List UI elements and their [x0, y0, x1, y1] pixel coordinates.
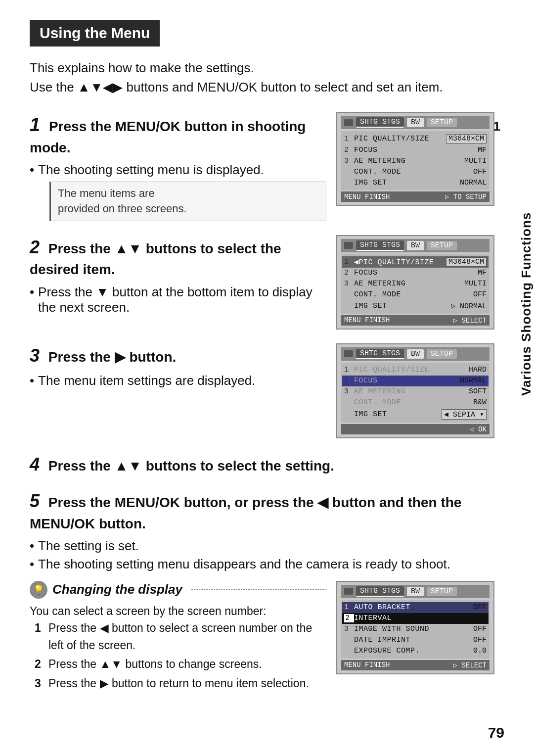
tip-header: 💡 Changing the display — [30, 581, 326, 599]
tab-shtg-stgs-2: SHTG STGS — [356, 240, 404, 251]
step-5-number: 5 — [30, 491, 40, 511]
step-5-bullet-2-text: The shooting setting menu disappears and… — [38, 557, 450, 572]
screen-2-row-4: CONT. MODE OFF — [342, 289, 489, 300]
step-1-title-text: Press the MENU/OK button in shooting mod… — [30, 119, 306, 155]
step-2-screen: SHTG STGS BW SETUP 1 ◀PIC QUALITY/SIZE M… — [336, 235, 504, 330]
screen-4-footer-left: MENU FINISH — [344, 661, 390, 669]
step-2-bullet-text: Press the ▼ button at the bottom item to… — [38, 284, 326, 315]
step-1: 1 Press the MENU/OK button in shooting m… — [30, 112, 504, 221]
step-5-bullet-1-text: The setting is set. — [38, 538, 139, 554]
tip-item-1: 1 Press the ◀ button to select a screen … — [35, 619, 326, 654]
camera-icon-2 — [344, 242, 353, 249]
tip-item-2-text: Press the ▲▼ buttons to change screens. — [48, 656, 262, 673]
tab-bw-2: BW — [407, 241, 424, 250]
tab-setup-1: SETUP — [427, 118, 457, 127]
screen-4-row-4: DATE IMPRINT OFF — [342, 635, 489, 646]
step-4-number: 4 — [30, 454, 40, 474]
section-header: Using the Menu — [30, 20, 160, 47]
screen-3-footer: ◁ OK — [341, 424, 490, 434]
screen-4-row-3: 3 IMAGE WITH SOUND OFF — [342, 624, 489, 635]
step-1-screen: SHTG STGS BW SETUP 1 PIC QUALITY/SIZE M3… — [336, 112, 504, 206]
screen-2-row-1: 1 ◀PIC QUALITY/SIZE M3648×CM — [342, 256, 489, 268]
screen-2-footer-left: MENU FINISH — [344, 316, 390, 325]
camera-icon-4 — [344, 588, 353, 595]
step-4-title: 4 Press the ▲▼ buttons to select the set… — [30, 452, 494, 477]
sidebar-text-content: Various Shooting Functions — [519, 212, 534, 396]
screen-1-footer: MENU FINISH ▷ TO SETUP — [341, 191, 490, 202]
screen-2-row-3: 3 AE METERING MULTI — [342, 279, 489, 289]
screen-1-row-4: CONT. MODE OFF — [342, 166, 489, 177]
camera-screen-3: SHTG STGS BW SETUP 1 PIC QUALITY/SIZE HA… — [336, 343, 494, 438]
step-4: 4 Press the ▲▼ buttons to select the set… — [30, 452, 504, 482]
screen-4-body: 1 AUTO BRACKET OFF 2 INTERVAL 3 IMAGE WI… — [341, 600, 490, 659]
tip-body: You can select a screen by the screen nu… — [30, 603, 326, 692]
camera-screen-4: SHTG STGS BW SETUP 1 AUTO BRACKET OFF 2 … — [336, 581, 494, 674]
step-3-bullet-1: The menu item settings are displayed. — [30, 373, 326, 388]
step-3-title-text: Press the ▶ button. — [48, 349, 176, 365]
section-title: Using the Menu — [40, 25, 150, 41]
step-1-bullet-1-text: The shooting setting menu is displayed. — [38, 162, 264, 178]
step-3-screen: SHTG STGS BW SETUP 1 PIC QUALITY/SIZE HA… — [336, 343, 504, 438]
step-5-left: 5 Press the MENU/OK button, or press the… — [30, 489, 504, 572]
tab-shtg-stgs-4: SHTG STGS — [356, 586, 404, 597]
step-2-title: 2 Press the ▲▼ buttons to select the des… — [30, 235, 326, 280]
screen-4-header: SHTG STGS BW SETUP — [341, 585, 490, 598]
step-4-title-text: Press the ▲▼ buttons to select the setti… — [48, 458, 334, 473]
screen-3-row-4: CONT. MODE B&W — [342, 397, 489, 408]
screen-4-row-1: 1 AUTO BRACKET OFF — [342, 602, 489, 613]
screen-4-footer-right: ▷ SELECT — [453, 661, 487, 669]
screen-4-row-5: EXPOSURE COMP. 0.0 — [342, 646, 489, 657]
intro-line1: This explains how to make the settings. — [30, 58, 504, 78]
step-2-title-text: Press the ▲▼ buttons to select the desir… — [30, 241, 281, 277]
tip-section: 💡 Changing the display You can select a … — [30, 581, 504, 694]
screen-3-row-1: 1 PIC QUALITY/SIZE HARD — [342, 365, 489, 376]
step-1-left: 1 Press the MENU/OK button in shooting m… — [30, 112, 336, 221]
camera-icon-3 — [344, 350, 353, 357]
tip-title: Changing the display — [52, 582, 182, 597]
page-number: 79 — [488, 724, 504, 741]
screen-3-footer-right: ◁ OK — [470, 425, 487, 433]
step-5: 5 Press the MENU/OK button, or press the… — [30, 489, 504, 572]
step-1-title: 1 Press the MENU/OK button in shooting m… — [30, 112, 326, 157]
camera-icon-1 — [344, 119, 353, 126]
screen-3-row-5: IMG SET ◀ SEPIA ▾ — [342, 408, 489, 421]
screen-2-footer-right: ▷ SELECT — [453, 316, 487, 325]
tab-bw-1: BW — [407, 118, 424, 127]
step-2-bullet-1: Press the ▼ button at the bottom item to… — [30, 284, 326, 315]
tab-setup-3: SETUP — [427, 349, 457, 359]
step-1-bullet-1: The shooting setting menu is displayed. — [30, 162, 326, 178]
screen-1-row-5: IMG SET NORMAL — [342, 177, 489, 188]
page-container: Using the Menu This explains how to make… — [0, 0, 534, 756]
tab-bw-4: BW — [407, 587, 424, 596]
step-3-title: 3 Press the ▶ button. — [30, 343, 326, 368]
screen-1-row-2: 2 FOCUS MF — [342, 144, 489, 155]
step-1-note: The menu items areprovided on three scre… — [49, 182, 326, 221]
step-5-title: 5 Press the MENU/OK button, or press the… — [30, 489, 494, 533]
screen-1-row-1: 1 PIC QUALITY/SIZE M3648×CM — [342, 133, 489, 144]
step-2-left: 2 Press the ▲▼ buttons to select the des… — [30, 235, 336, 315]
screen-3-body: 1 PIC QUALITY/SIZE HARD 2 FOCUS NORMAL 3… — [341, 363, 490, 423]
screen-4-row-2: 2 INTERVAL — [342, 613, 489, 624]
step-5-title-text: Press the MENU/OK button, or press the ◀… — [30, 495, 461, 531]
step-3-bullet-text: The menu item settings are displayed. — [38, 373, 255, 388]
step-2: 2 Press the ▲▼ buttons to select the des… — [30, 235, 504, 330]
screen-1-footer-right: ▷ TO SETUP — [445, 192, 487, 201]
screen-3-row-2: 2 FOCUS NORMAL — [342, 376, 489, 386]
step-5-bullet-1: The setting is set. — [30, 538, 494, 554]
screen-3-header: SHTG STGS BW SETUP — [341, 347, 490, 361]
screen-1-footer-left: MENU FINISH — [344, 192, 390, 201]
step-label-right-1: 1 — [493, 119, 500, 134]
tip-left: 💡 Changing the display You can select a … — [30, 581, 336, 694]
camera-screen-2: SHTG STGS BW SETUP 1 ◀PIC QUALITY/SIZE M… — [336, 235, 494, 330]
tip-item-2: 2 Press the ▲▼ buttons to change screens… — [35, 656, 326, 673]
tip-intro: You can select a screen by the screen nu… — [30, 603, 326, 620]
tip-item-1-text: Press the ◀ button to select a screen nu… — [48, 619, 326, 654]
tab-setup-2: SETUP — [427, 241, 457, 250]
step-5-bullet-2: The shooting setting menu disappears and… — [30, 557, 494, 572]
tip-item-3: 3 Press the ▶ button to return to menu i… — [35, 675, 326, 692]
step-1-number: 1 — [30, 114, 40, 135]
screen-2-row-2: 2 FOCUS MF — [342, 268, 489, 279]
tip-screen: SHTG STGS BW SETUP 1 AUTO BRACKET OFF 2 … — [336, 581, 504, 674]
step-4-left: 4 Press the ▲▼ buttons to select the set… — [30, 452, 504, 482]
tab-shtg-stgs-1: SHTG STGS — [356, 117, 404, 128]
